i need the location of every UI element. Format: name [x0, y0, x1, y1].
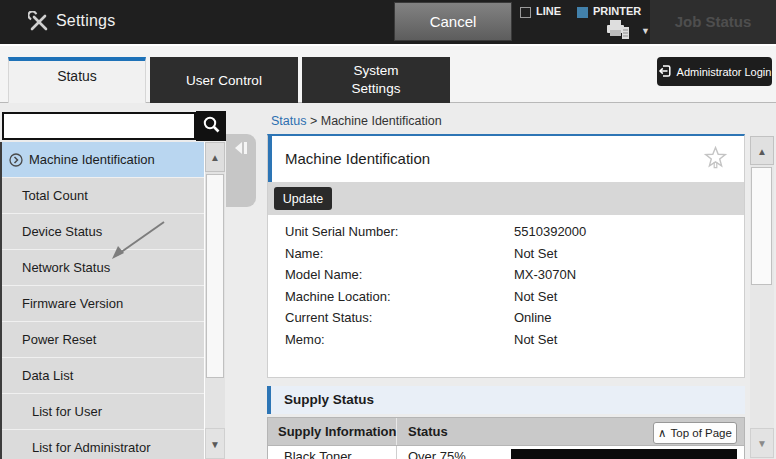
content-scroll-down-button[interactable]: ▼ — [750, 428, 774, 458]
administrator-login-button[interactable]: Administrator Login — [657, 57, 772, 86]
breadcrumb-current: Machine Identification — [321, 114, 442, 128]
tab-status[interactable]: Status — [8, 57, 146, 103]
sidebar-item-label: Power Reset — [22, 332, 96, 347]
chevron-up-icon: ∧ — [658, 426, 666, 440]
column-supply-information: Supply Information — [278, 424, 396, 439]
supply-name-cell: Black Toner — [284, 449, 352, 459]
field-row: Memo: Not Set — [268, 330, 744, 352]
field-label: Model Name: — [285, 267, 362, 282]
toner-level-bar — [511, 449, 737, 459]
sidebar-scroll-thumb[interactable] — [206, 174, 224, 378]
sidebar-scroll-up-button[interactable]: ▲ — [205, 142, 225, 172]
top-bar: Settings Cancel LINE PRINTER ▼ Job Statu… — [0, 0, 776, 44]
tab-user-control[interactable]: User Control — [150, 57, 298, 103]
field-row: Current Status: Online — [268, 308, 744, 330]
sidebar-scroll-down-button[interactable]: ▼ — [205, 428, 225, 459]
tab-user-control-label: User Control — [186, 73, 262, 88]
sidebar-item-label: Data List — [22, 368, 73, 383]
content-scroll-thumb[interactable] — [751, 167, 772, 285]
field-value: 5510392000 — [514, 224, 586, 239]
top-of-page-button[interactable]: ∧ Top of Page — [653, 422, 737, 444]
content-scroll-up-button[interactable]: ▲ — [750, 136, 774, 165]
supply-table-header: Supply Information Status ∧ Top of Page — [267, 417, 745, 446]
sidebar-item-label: Total Count — [22, 188, 88, 203]
job-status-label: Job Status — [650, 0, 776, 44]
search-button[interactable] — [196, 111, 226, 141]
field-label: Current Status: — [285, 310, 372, 325]
line-indicator — [520, 7, 531, 18]
search-icon — [202, 115, 221, 138]
supply-status-header: Supply Status — [267, 386, 745, 414]
supply-status-cell: Over 75% — [408, 449, 466, 459]
tab-system-settings[interactable]: System Settings — [302, 57, 450, 103]
panel-title: Machine Identification — [285, 150, 430, 167]
favorite-star-icon[interactable] — [703, 145, 728, 176]
machine-fields: Unit Serial Number: 5510392000 Name: Not… — [268, 222, 744, 351]
sidebar-item-list-for-administrator[interactable]: List for Administrator — [2, 430, 204, 459]
selected-chevron-icon — [9, 153, 23, 167]
printer-indicator — [577, 7, 588, 18]
field-value: MX-3070N — [514, 267, 576, 282]
field-value: Not Set — [514, 246, 557, 261]
printer-icon — [606, 19, 632, 45]
field-label: Name: — [285, 246, 323, 261]
sidebar-item-firmware-version[interactable]: Firmware Version — [2, 286, 204, 322]
field-row: Machine Location: Not Set — [268, 287, 744, 309]
tab-system-settings-label: System Settings — [336, 62, 416, 98]
administrator-login-label: Administrator Login — [677, 66, 772, 78]
sidebar-item-power-reset[interactable]: Power Reset — [2, 322, 204, 358]
page-title: Settings — [56, 12, 115, 30]
sidebar-item-data-list[interactable]: Data List — [2, 358, 204, 394]
sidebar-scrollbar[interactable]: ▲ ▼ — [204, 142, 225, 459]
sidebar-item-label: Machine Identification — [29, 152, 155, 167]
column-status: Status — [408, 424, 448, 439]
printer-dropdown-icon[interactable]: ▼ — [641, 26, 650, 36]
machine-identification-panel: Machine Identification Update Unit Seria… — [267, 134, 745, 378]
sidebar-item-label: List for User — [32, 404, 102, 419]
field-value: Not Set — [514, 289, 557, 304]
table-row: Black Toner Over 75% — [267, 446, 745, 459]
sidebar-item-network-status[interactable]: Network Status — [2, 250, 204, 286]
cancel-button[interactable]: Cancel — [394, 2, 512, 41]
field-row: Name: Not Set — [268, 244, 744, 266]
sidebar-item-label: List for Administrator — [32, 440, 151, 455]
printer-indicator-label: PRINTER — [593, 5, 641, 17]
search-input[interactable] — [2, 112, 196, 140]
field-label: Unit Serial Number: — [285, 224, 398, 239]
sidebar-collapse-handle[interactable] — [226, 134, 256, 207]
field-label: Memo: — [285, 332, 325, 347]
sidebar-item-total-count[interactable]: Total Count — [2, 178, 204, 214]
panel-toolbar: Update — [268, 182, 744, 215]
update-button[interactable]: Update — [274, 187, 332, 210]
sidebar-item-machine-identification[interactable]: Machine Identification — [2, 142, 204, 178]
field-value: Online — [514, 310, 552, 325]
top-of-page-label: Top of Page — [671, 427, 732, 439]
sidebar-item-label: Firmware Version — [22, 296, 123, 311]
line-indicator-label: LINE — [536, 5, 561, 17]
supply-status-title: Supply Status — [284, 392, 374, 407]
breadcrumb-separator: > — [310, 114, 317, 128]
job-status-button[interactable]: Job Status — [650, 0, 776, 44]
sidebar-item-label: Device Status — [22, 224, 102, 239]
settings-tools-icon — [28, 11, 50, 33]
breadcrumb: Status > Machine Identification — [271, 114, 442, 128]
collapse-left-icon — [233, 141, 249, 155]
panel-header: Machine Identification — [268, 136, 744, 182]
sidebar-item-label: Network Status — [22, 260, 110, 275]
breadcrumb-status-link[interactable]: Status — [271, 114, 306, 128]
sidebar-menu: Machine Identification Total Count Devic… — [0, 142, 204, 459]
sidebar-item-list-for-user[interactable]: List for User — [2, 394, 204, 430]
tab-bar: Status User Control System Settings Admi… — [0, 46, 776, 103]
field-row: Model Name: MX-3070N — [268, 265, 744, 287]
login-icon — [658, 64, 672, 80]
field-label: Machine Location: — [285, 289, 391, 304]
column-divider — [396, 446, 397, 459]
sidebar-item-device-status[interactable]: Device Status — [2, 214, 204, 250]
field-value: Not Set — [514, 332, 557, 347]
content-scrollbar[interactable]: ▲ ▼ — [750, 136, 774, 459]
field-row: Unit Serial Number: 5510392000 — [268, 222, 744, 244]
